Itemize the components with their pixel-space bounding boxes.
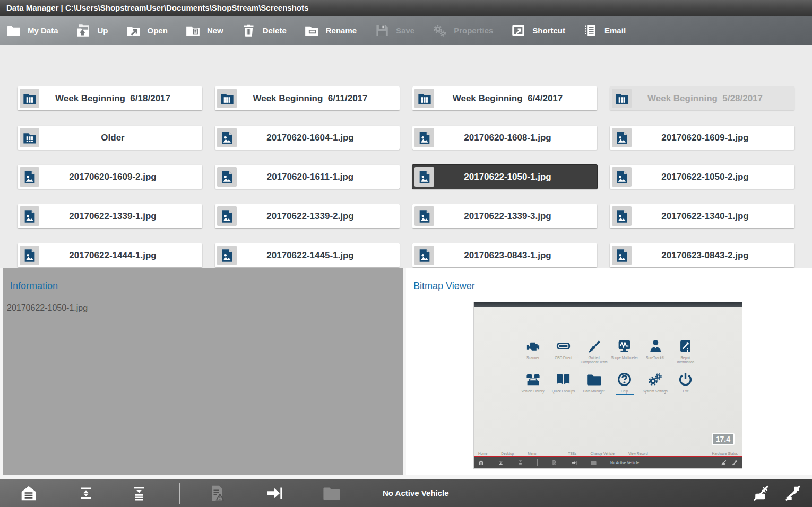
file-item-label: 20170622-1339-2.jpg <box>237 211 400 222</box>
preview-tile-data-manager: Data Manager <box>580 372 608 395</box>
collapse-list-button[interactable] <box>129 484 149 503</box>
folder-open-icon <box>126 23 141 38</box>
file-item-folder[interactable]: Older <box>18 126 202 150</box>
file-item-label: 20170622-1444-1.jpg <box>39 250 202 261</box>
preview-tile-scanner: Scanner <box>519 338 547 364</box>
image-file-icon <box>414 206 434 226</box>
preview-home-icon-grid: Scanner OBD Direct Guided Component Test… <box>519 338 699 403</box>
toolbar-button-label: Delete <box>263 26 287 35</box>
information-panel-title: Information <box>10 281 403 292</box>
toolbar-button-label: Properties <box>454 26 493 35</box>
file-item-folder[interactable]: Week Beginning 6/11/2017 <box>215 86 400 110</box>
file-item-image[interactable]: 20170620-1604-1.jpg <box>215 126 400 150</box>
file-item-label: 20170623-0843-2.jpg <box>632 250 794 261</box>
file-item-label: 20170622-1050-2.jpg <box>632 172 794 182</box>
usb-disconnected-icon <box>784 484 802 502</box>
toolbar-button-open[interactable]: Open <box>126 23 168 38</box>
file-item-image[interactable]: 20170620-1608-1.jpg <box>412 126 597 150</box>
file-item-label: 20170620-1611-1.jpg <box>237 172 400 182</box>
image-file-icon <box>217 167 237 187</box>
preview-menu-row: Home Desktop Menu TSBs Change Vehicle Vi… <box>474 452 742 456</box>
expand-icon <box>498 460 504 466</box>
file-item-label: 20170620-1609-1.jpg <box>632 133 794 143</box>
folder-grid-icon <box>20 89 39 108</box>
email-icon <box>583 23 598 38</box>
toolbar-button-my-data[interactable]: My Data <box>6 23 58 38</box>
bitmap-viewer-panel: Bitmap Viewer Scanner OBD Direct <box>406 268 812 475</box>
file-item-image[interactable]: 20170622-1339-2.jpg <box>215 204 400 228</box>
preview-tile-quick-lookups: Quick Lookups <box>550 372 577 395</box>
home-button[interactable] <box>19 484 38 503</box>
saved-data-button <box>322 484 341 503</box>
trash-icon <box>241 23 256 38</box>
toolbar-button-label: Open <box>148 26 168 35</box>
data-manager-window: Data Manager | C:\Users\ShopstreamUser\D… <box>0 0 812 507</box>
file-item-label: Week Beginning 6/11/2017 <box>237 93 400 104</box>
file-item-image[interactable]: 20170622-1340-1.jpg <box>610 204 794 228</box>
toolbar-button-delete[interactable]: Delete <box>241 23 287 38</box>
folder-icon <box>586 372 602 387</box>
image-file-icon <box>217 128 237 147</box>
preview-tile-obd-direct: OBD Direct <box>550 338 577 364</box>
rename-icon <box>305 23 319 38</box>
information-filename: 20170622-1050-1.jpg <box>7 303 403 313</box>
file-item-image[interactable]: 20170622-1339-1.jpg <box>18 204 202 228</box>
file-item-folder[interactable]: Week Beginning 6/4/2017 <box>412 86 597 110</box>
preview-tile-guided-component-tests: Guided Component Tests <box>580 338 608 364</box>
folder-grid-icon <box>217 89 237 108</box>
new-file-icon <box>186 23 200 38</box>
version-badge: 17.4 <box>712 433 735 445</box>
file-item-image[interactable]: 20170620-1611-1.jpg <box>215 165 400 189</box>
scanner-connection-status[interactable] <box>751 484 771 503</box>
image-file-icon <box>612 206 632 226</box>
file-item-image[interactable]: 20170622-1445-1.jpg <box>215 243 400 267</box>
floppy-icon <box>375 23 389 38</box>
active-vehicle-status: No Active Vehicle <box>383 488 449 497</box>
cars-icon <box>525 372 541 387</box>
toolbar-button-label: Save <box>396 26 414 35</box>
folder-icon <box>6 23 21 38</box>
toolbar-button-new[interactable]: New <box>186 23 223 38</box>
usb-connection-status[interactable] <box>783 484 802 503</box>
image-file-icon <box>414 128 434 147</box>
preview-tile-exit: Exit <box>672 372 699 395</box>
folder-grid-icon <box>20 128 39 147</box>
file-item-label: 20170620-1608-1.jpg <box>434 133 597 143</box>
preview-tile-system-settings: System Settings <box>641 372 669 395</box>
toolbar-divider <box>745 483 745 504</box>
image-file-icon <box>20 206 39 226</box>
bitmap-preview-image: Scanner OBD Direct Guided Component Test… <box>474 302 742 468</box>
toolbar-button-rename[interactable]: Rename <box>305 23 357 38</box>
file-item-image[interactable]: 20170620-1609-1.jpg <box>610 126 794 150</box>
file-item-label: 20170622-1050-1.jpg <box>434 172 597 182</box>
folder-grid-icon <box>612 89 632 108</box>
expand-collapse-button[interactable] <box>76 484 96 503</box>
title-bar: Data Manager | C:\Users\ShopstreamUser\D… <box>0 0 812 16</box>
expand-icon <box>77 484 95 502</box>
image-file-icon <box>20 167 39 187</box>
collapse-icon <box>517 460 523 466</box>
toolbar-button-shortcut[interactable]: Shortcut <box>511 23 565 38</box>
file-item-label: 20170620-1609-2.jpg <box>39 172 202 182</box>
gears-icon <box>647 372 663 387</box>
information-panel: Information 20170622-1050-1.jpg <box>3 268 403 475</box>
file-item-image-selected[interactable]: 20170622-1050-1.jpg <box>412 165 597 189</box>
file-item-image[interactable]: 20170622-1339-3.jpg <box>412 204 597 228</box>
engine-icon <box>525 338 541 354</box>
file-item-image[interactable]: 20170622-1444-1.jpg <box>18 243 202 267</box>
file-item-folder-disabled: Week Beginning 5/28/2017 <box>610 86 794 110</box>
file-item-label: 20170620-1604-1.jpg <box>237 133 400 143</box>
obd-connector-icon <box>556 338 571 354</box>
image-file-icon <box>612 246 632 265</box>
file-item-image[interactable]: 20170623-0843-2.jpg <box>610 243 794 267</box>
document-warning-icon <box>551 460 557 466</box>
file-item-image[interactable]: 20170623-0843-1.jpg <box>412 243 597 267</box>
toolbar-button-up[interactable]: Up <box>76 23 108 38</box>
file-item-folder[interactable]: Week Beginning 6/18/2017 <box>18 86 202 110</box>
technician-icon <box>647 338 663 354</box>
file-item-image[interactable]: 20170622-1050-2.jpg <box>610 165 794 189</box>
toolbar-button-label: Shortcut <box>532 26 565 35</box>
toolbar-button-email[interactable]: Email <box>583 23 626 38</box>
attach-button[interactable] <box>265 484 284 503</box>
file-item-image[interactable]: 20170620-1609-2.jpg <box>18 165 202 189</box>
